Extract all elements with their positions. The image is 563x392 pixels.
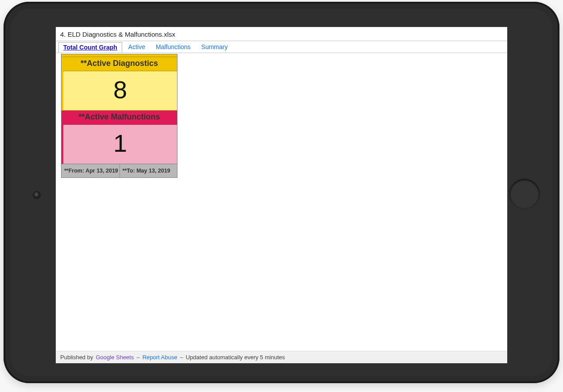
diagnostics-value: 8 [62,71,177,111]
date-range-row: **From: Apr 13, 2019 **To: May 13, 2019 [62,164,177,177]
summary-card: **Active Diagnostics 8 **Active Malfunct… [61,54,177,178]
to-date: **To: May 13, 2019 [120,164,177,177]
sheet-canvas[interactable]: **Active Diagnostics 8 **Active Malfunct… [56,53,507,351]
malfunctions-value: 1 [62,124,177,164]
footer-dash-2: – [180,354,183,361]
tablet-frame: 4. ELD Diagnostics & Malfunctions.xlsx T… [4,2,559,383]
footer-dash-1: – [136,354,139,361]
tab-summary[interactable]: Summary [197,42,232,52]
link-report-abuse[interactable]: Report Abuse [143,354,177,361]
footer-bar: Published by Google Sheets – Report Abus… [56,351,507,363]
app-screen: 4. ELD Diagnostics & Malfunctions.xlsx T… [56,27,507,363]
malfunctions-header: **Active Malfunctions [62,111,177,124]
document-title: 4. ELD Diagnostics & Malfunctions.xlsx [56,27,507,41]
sheet-tabs: Total Count Graph Active Malfunctions Su… [56,41,507,53]
footer-auto-update: Updated automatically every 5 minutes [186,354,285,361]
footer-published-by: Published by [60,354,93,361]
link-google-sheets[interactable]: Google Sheets [96,354,134,361]
tab-malfunctions[interactable]: Malfunctions [151,42,195,52]
tab-active[interactable]: Active [124,42,150,52]
front-camera-icon [33,191,41,199]
home-button[interactable] [509,179,540,210]
tab-total-count-graph[interactable]: Total Count Graph [58,42,122,53]
from-date: **From: Apr 13, 2019 [62,164,120,177]
diagnostics-header: **Active Diagnostics [62,57,177,71]
